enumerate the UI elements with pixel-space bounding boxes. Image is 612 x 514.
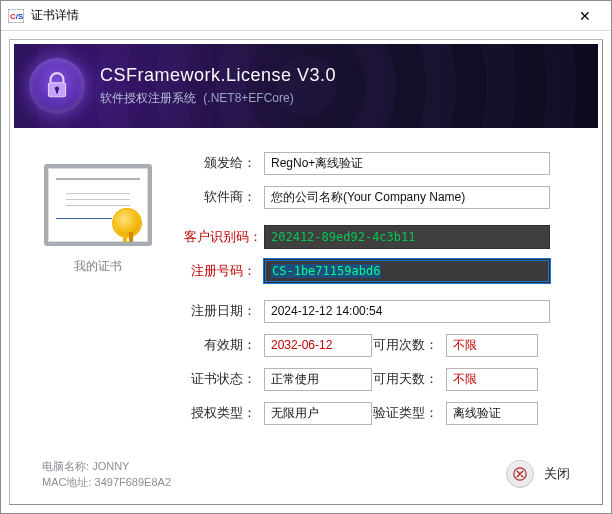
window-root: C/S 证书详情 ✕ CSFram: [0, 0, 612, 514]
label-reg-no: 注册号码: [184, 262, 264, 280]
row-expire: 有效期 2032-06-12 可用次数 不限: [184, 328, 578, 362]
row-reg-date: 注册日期 2024-12-12 14:00:54: [184, 294, 578, 328]
panel: CSFramework.License V3.0 软件授权注册系统 (.NET8…: [9, 39, 603, 505]
certificate-preview: 我的证书: [38, 164, 158, 275]
close-icon: [506, 460, 534, 488]
field-vendor[interactable]: 您的公司名称(Your Company Name): [264, 186, 550, 209]
field-expire[interactable]: 2032-06-12: [264, 334, 372, 357]
field-status[interactable]: 正常使用: [264, 368, 372, 391]
label-verify-type: 验证类型: [372, 404, 446, 422]
banner-title: CSFramework.License V3.0: [100, 65, 336, 86]
mac-line: MAC地址: 3497F689E8A2: [42, 474, 171, 490]
system-info: 电脑名称: JONNY MAC地址: 3497F689E8A2: [42, 458, 171, 490]
content: 我的证书 颁发给 RegNo+离线验证 软件商 您的公司名称(Your Comp…: [14, 136, 598, 448]
host-line: 电脑名称: JONNY: [42, 458, 171, 474]
row-vendor: 软件商 您的公司名称(Your Company Name): [184, 180, 578, 214]
row-customer-id: 客户识别码 202412-89ed92-4c3b11: [184, 220, 578, 254]
host-value: JONNY: [92, 460, 129, 472]
titlebar[interactable]: C/S 证书详情 ✕: [1, 1, 611, 31]
label-issued-to: 颁发给: [184, 154, 264, 172]
label-status: 证书状态: [184, 370, 264, 388]
seal-icon: [114, 210, 140, 236]
banner: CSFramework.License V3.0 软件授权注册系统 (.NET8…: [14, 44, 598, 128]
close-button-label: 关闭: [544, 465, 570, 483]
field-customer-id[interactable]: 202412-89ed92-4c3b11: [264, 225, 550, 249]
row-reg-no: 注册号码 CS-1be71159abd6: [184, 254, 578, 288]
banner-sub-suffix: (.NET8+EFCore): [203, 91, 293, 105]
label-vendor: 软件商: [184, 188, 264, 206]
footer: 电脑名称: JONNY MAC地址: 3497F689E8A2 关闭: [14, 448, 598, 500]
row-issued-to: 颁发给 RegNo+离线验证: [184, 146, 578, 180]
mac-value: 3497F689E8A2: [95, 476, 171, 488]
field-issued-to[interactable]: RegNo+离线验证: [264, 152, 550, 175]
svg-text:C/S: C/S: [10, 12, 24, 21]
banner-subtitle: 软件授权注册系统 (.NET8+EFCore): [100, 90, 336, 107]
host-label: 电脑名称:: [42, 460, 89, 472]
field-usage-count[interactable]: 不限: [446, 334, 538, 357]
field-reg-no[interactable]: CS-1be71159abd6: [264, 259, 550, 283]
banner-sub-main: 软件授权注册系统: [100, 91, 196, 105]
label-customer-id: 客户识别码: [184, 228, 264, 246]
lock-icon: [29, 58, 85, 114]
field-usage-days[interactable]: 不限: [446, 368, 538, 391]
label-expire: 有效期: [184, 336, 264, 354]
window-title: 证书详情: [31, 7, 79, 24]
label-usage-days: 可用天数: [372, 370, 446, 388]
row-status: 证书状态 正常使用 可用天数 不限: [184, 362, 578, 396]
label-auth-type: 授权类型: [184, 404, 264, 422]
label-usage-count: 可用次数: [372, 336, 446, 354]
certificate-caption: 我的证书: [38, 258, 158, 275]
label-reg-date: 注册日期: [184, 302, 264, 320]
field-verify-type[interactable]: 离线验证: [446, 402, 538, 425]
field-auth-type[interactable]: 无限用户: [264, 402, 372, 425]
form: 颁发给 RegNo+离线验证 软件商 您的公司名称(Your Company N…: [184, 146, 578, 430]
certificate-icon: [44, 164, 152, 246]
mac-label: MAC地址:: [42, 476, 92, 488]
svg-rect-4: [56, 89, 58, 93]
banner-icon-wrap: [14, 58, 100, 114]
close-button[interactable]: 关闭: [500, 456, 580, 492]
row-auth-type: 授权类型 无限用户 验证类型 离线验证: [184, 396, 578, 430]
banner-text: CSFramework.License V3.0 软件授权注册系统 (.NET8…: [100, 65, 336, 107]
window-close-button[interactable]: ✕: [565, 1, 605, 31]
body: CSFramework.License V3.0 软件授权注册系统 (.NET8…: [1, 31, 611, 513]
field-reg-date[interactable]: 2024-12-12 14:00:54: [264, 300, 550, 323]
app-icon: C/S: [7, 8, 25, 24]
